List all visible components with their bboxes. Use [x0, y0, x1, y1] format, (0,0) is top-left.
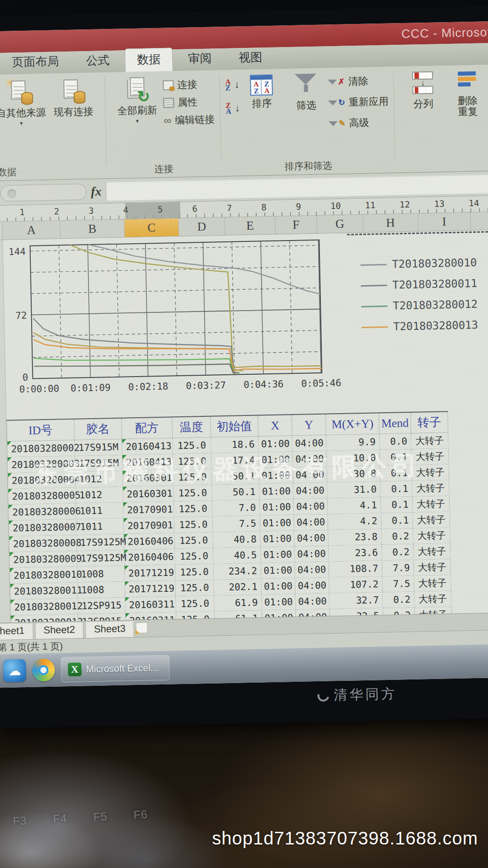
column-header-F[interactable]: F [275, 216, 317, 234]
table-cell[interactable]: 20160413 [122, 438, 173, 455]
table-header-cell[interactable]: Mend [379, 413, 411, 434]
table-cell[interactable]: 01:00 [260, 499, 294, 515]
table-cell[interactable]: 201803280011 [10, 583, 78, 600]
table-cell[interactable]: 10.0 [327, 450, 380, 467]
column-header-A[interactable]: A [2, 221, 61, 240]
table-cell[interactable]: 0.2 [382, 544, 414, 561]
table-cell[interactable]: 1011 [76, 503, 124, 519]
text-to-columns-button[interactable]: ↓ 分列 [399, 70, 447, 111]
clear-filter-button[interactable]: ✗ 清除 [328, 74, 388, 89]
table-cell[interactable]: 30.8 [327, 466, 380, 482]
table-cell[interactable]: 0.2 [383, 592, 415, 608]
from-other-sources-button[interactable]: ✳ 自其他来源 ▾ [0, 78, 47, 126]
sort-ascending-button[interactable]: AZ ↓ [225, 79, 239, 91]
table-cell[interactable]: 大转子 [412, 480, 450, 497]
table-cell[interactable]: 17S915M [75, 455, 123, 472]
table-cell[interactable]: 201803280003 [7, 456, 75, 473]
table-cell[interactable]: 107.2 [329, 576, 383, 593]
table-cell[interactable]: 04:00 [295, 562, 329, 578]
table-cell[interactable]: 17S9125M [77, 550, 125, 567]
table-cell[interactable]: 大转子 [414, 559, 451, 576]
table-cell[interactable]: 201803280006 [8, 504, 76, 521]
refresh-all-button[interactable]: ↻ 全部刷新 ▾ [110, 76, 164, 124]
table-cell[interactable]: 大转子 [413, 543, 451, 560]
table-cell[interactable]: 23.8 [328, 529, 382, 546]
table-cell[interactable]: 大转子 [414, 575, 451, 592]
table-header-cell[interactable]: Y [292, 415, 326, 436]
table-cell[interactable]: 61.9 [214, 595, 262, 612]
column-header-G[interactable]: G [317, 215, 363, 233]
sheet-tab-sheet2[interactable]: Sheet2 [35, 622, 84, 639]
table-cell[interactable]: 1008 [77, 566, 125, 583]
table-cell[interactable]: 0.1 [381, 513, 413, 529]
table-cell[interactable]: 125.0 [173, 438, 211, 454]
table-header-cell[interactable]: X [258, 415, 292, 436]
tab-formulas[interactable]: 公式 [74, 49, 122, 73]
table-cell[interactable]: 20160301 [123, 470, 174, 486]
table-cell[interactable]: 20160406 [124, 533, 175, 550]
table-cell[interactable]: 04:00 [296, 594, 330, 610]
table-cell[interactable]: 04:00 [292, 435, 327, 452]
table-cell[interactable]: 04:00 [293, 451, 327, 467]
table-cell[interactable]: 7.9 [382, 560, 414, 576]
table-cell[interactable]: 201803280009 [9, 551, 77, 568]
table-cell[interactable]: 32.7 [329, 592, 383, 609]
table-cell[interactable]: 01:00 [261, 562, 296, 579]
table-cell[interactable]: 125.0 [174, 469, 212, 486]
table-cell[interactable]: 125.0 [176, 596, 215, 613]
table-cell[interactable]: 01:00 [262, 594, 296, 610]
table-cell[interactable]: 01:00 [261, 547, 295, 563]
edit-links-button[interactable]: ∞ 编辑链接 [164, 113, 215, 127]
advanced-filter-button[interactable]: ✎ 高级 [328, 116, 389, 131]
table-cell[interactable]: 7.5 [382, 576, 414, 592]
table-cell[interactable]: 125.0 [175, 564, 214, 581]
table-cell[interactable]: 1008 [77, 582, 125, 599]
table-cell[interactable]: 234.2 [214, 563, 262, 580]
table-cell[interactable]: 0.1 [381, 497, 413, 513]
table-cell[interactable]: 12SP915 [78, 598, 126, 614]
column-header-H[interactable]: H [363, 213, 418, 232]
table-cell[interactable]: 04:00 [294, 530, 328, 547]
table-cell[interactable]: 1012 [75, 487, 123, 504]
table-cell[interactable]: 125.0 [175, 548, 214, 565]
table-cell[interactable]: 04:00 [295, 546, 329, 562]
table-cell[interactable]: 0.1 [380, 449, 412, 466]
connections-button[interactable]: 连接 [163, 77, 214, 92]
table-cell[interactable]: 125.0 [174, 485, 212, 502]
table-cell[interactable]: 01:00 [259, 467, 293, 484]
table-header-cell[interactable]: 转子 [411, 412, 448, 434]
column-header-E[interactable]: E [225, 217, 276, 235]
table-cell[interactable]: 04:00 [295, 578, 329, 594]
table-cell[interactable]: 20160406 [124, 549, 175, 566]
column-header-J[interactable]: J [470, 212, 488, 230]
table-cell[interactable]: 20160301 [123, 486, 174, 502]
table-cell[interactable]: 大转子 [413, 528, 450, 544]
table-cell[interactable]: 大转子 [414, 591, 452, 608]
table-cell[interactable]: 17S915M [75, 439, 122, 456]
sheet-tab-sheet1[interactable]: Sheet1 [0, 623, 33, 641]
tab-review[interactable]: 审阅 [176, 47, 224, 71]
table-cell[interactable]: 108.7 [329, 561, 383, 577]
table-cell[interactable]: 201803280010 [9, 567, 78, 584]
table-cell[interactable]: 125.0 [173, 453, 212, 470]
column-header-C[interactable]: C [124, 218, 179, 237]
table-cell[interactable]: 大转子 [412, 464, 449, 481]
sort-button[interactable]: AZ ZA 排序 [239, 73, 284, 111]
table-cell[interactable]: 201803280007 [9, 519, 77, 537]
table-cell[interactable]: 01:00 [259, 483, 294, 500]
column-header-B[interactable]: B [60, 219, 125, 238]
table-cell[interactable]: 大转子 [412, 448, 449, 465]
table-cell[interactable]: 125.0 [174, 533, 213, 549]
filter-button[interactable]: 筛选 [283, 72, 328, 113]
table-cell[interactable]: 01:00 [260, 515, 295, 531]
table-cell[interactable]: 4.2 [328, 513, 382, 530]
table-cell[interactable]: 04:00 [293, 467, 327, 483]
table-cell[interactable]: 0.0 [380, 434, 412, 450]
column-header-I[interactable]: I [418, 212, 471, 231]
table-cell[interactable]: 0.1 [380, 465, 412, 481]
table-header-cell[interactable]: 初始值 [211, 416, 258, 438]
table-cell[interactable]: 01:00 [261, 578, 296, 594]
table-cell[interactable]: 0.1 [380, 481, 413, 497]
table-cell[interactable]: 31.0 [327, 481, 381, 498]
insert-worksheet-icon[interactable] [136, 623, 147, 634]
